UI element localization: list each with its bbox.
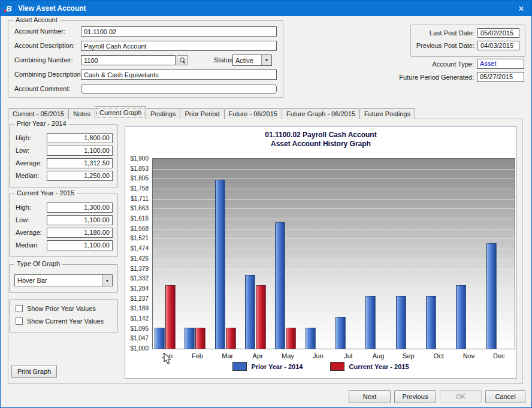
y-tick-label: $1,474: [130, 245, 149, 252]
y-tick-label: $1,332: [130, 275, 149, 282]
bar-current-may[interactable]: [286, 328, 296, 349]
graph-type-value: Hover Bar: [15, 277, 102, 284]
tab-current-graph[interactable]: Current Graph: [95, 106, 146, 119]
account-number-field[interactable]: [81, 26, 277, 37]
current-high-label: High:: [16, 204, 31, 211]
y-axis-ticks: $1,900$1,853$1,805$1,758$1,711$1,663$1,6…: [125, 158, 150, 349]
previous-button[interactable]: Previous: [394, 390, 436, 403]
bar-prior-may[interactable]: [275, 222, 285, 349]
bar-current-mar[interactable]: [226, 328, 236, 349]
gridline: [153, 279, 515, 279]
close-icon[interactable]: ✕: [511, 1, 531, 16]
x-axis-labels: JanFebMarAprMayJunJulAugSepOctNovDec: [152, 352, 515, 361]
bar-prior-apr[interactable]: [245, 275, 255, 349]
bar-prior-jan[interactable]: [155, 328, 165, 349]
y-tick-label: $1,616: [130, 215, 149, 222]
tab-future-postings[interactable]: Future Postings: [359, 108, 415, 119]
title-bar: B View Asset Account ✕: [1, 1, 531, 16]
prior-average-label: Average:: [16, 159, 42, 167]
y-tick-label: $1,711: [131, 195, 149, 202]
y-tick-label: $1,095: [130, 325, 149, 332]
show-current-year-checkbox[interactable]: [16, 318, 23, 325]
status-value: Active: [233, 57, 261, 64]
x-tick-label: Dec: [484, 352, 514, 359]
current-year-group-label: Current Year - 2015: [14, 189, 77, 197]
tab-postings[interactable]: Postings: [146, 108, 180, 119]
bar-prior-aug[interactable]: [365, 296, 376, 349]
post-dates-group: Last Post Date: 05/02/2015 Previous Post…: [410, 25, 525, 57]
bar-prior-mar[interactable]: [215, 180, 225, 349]
x-tick-label: Nov: [454, 352, 483, 359]
x-tick-label: Feb: [182, 352, 212, 359]
tab-future-062015[interactable]: Future - 06/2015: [224, 108, 282, 119]
combining-description-field[interactable]: [81, 69, 277, 80]
account-number-label: Account Number:: [14, 28, 65, 35]
prior-high-label: High:: [16, 134, 31, 141]
y-tick-label: $1,284: [130, 285, 149, 292]
current-median-label: Median:: [16, 241, 39, 249]
bar-prior-feb[interactable]: [185, 328, 195, 349]
x-tick-label: Apr: [243, 352, 273, 359]
y-tick-label: $1,900: [130, 155, 149, 162]
gridline: [153, 269, 515, 270]
bar-current-feb[interactable]: [195, 328, 205, 349]
cancel-button[interactable]: Cancel: [485, 390, 525, 403]
tab-prior-period[interactable]: Prior Period: [180, 108, 224, 119]
asset-account-group-label: Asset Account: [13, 16, 60, 23]
graph-type-dropdown[interactable]: Hover Bar ▼: [14, 274, 113, 286]
mouse-cursor: [164, 353, 172, 366]
account-comment-field[interactable]: [81, 84, 277, 94]
combining-number-lookup-button[interactable]: [177, 55, 188, 65]
chart-panel: 01.1100.02 Payroll Cash Account Asset Ac…: [125, 126, 517, 379]
tab-notes[interactable]: Notes: [68, 108, 95, 119]
current-high-value: 1,300.00: [47, 203, 113, 213]
type-of-graph-group: Type Of Graph Hover Bar ▼: [9, 264, 118, 293]
window-title: View Asset Account: [18, 4, 86, 13]
gridline: [153, 199, 515, 200]
view-asset-account-dialog: B View Asset Account ✕ Asset Account Acc…: [0, 0, 532, 408]
type-of-graph-group-label: Type Of Graph: [14, 260, 62, 267]
bar-prior-sep[interactable]: [396, 296, 406, 349]
tab-future-graph-062015[interactable]: Future Graph - 06/2015: [282, 108, 360, 119]
show-prior-year-checkbox[interactable]: [16, 305, 23, 312]
gridline: [153, 169, 515, 170]
x-tick-label: May: [273, 352, 303, 359]
x-tick-label: Jun: [303, 352, 333, 359]
app-logo-icon: B: [4, 4, 14, 13]
ok-button: OK: [440, 390, 482, 403]
bar-prior-oct[interactable]: [426, 296, 436, 349]
gridline: [153, 219, 515, 219]
bar-prior-jun[interactable]: [306, 328, 316, 349]
next-button[interactable]: Next: [349, 390, 391, 403]
x-tick-label: Oct: [424, 352, 454, 359]
print-graph-button[interactable]: Print Graph: [11, 365, 57, 378]
bar-prior-jul[interactable]: [335, 317, 346, 349]
prior-median-value: 1,250.00: [47, 171, 113, 181]
future-period-generated-value: 05/27/2015: [477, 72, 524, 82]
y-tick-label: $1,379: [130, 265, 149, 272]
x-tick-label: Aug: [363, 352, 393, 359]
gridline: [153, 189, 515, 189]
plot-area: [152, 158, 515, 349]
bar-prior-nov[interactable]: [456, 285, 466, 349]
y-tick-label: $1,047: [130, 335, 149, 341]
combining-number-label: Combining Number:: [14, 56, 73, 64]
bar-current-apr[interactable]: [256, 285, 266, 349]
status-dropdown[interactable]: Active ▼: [232, 55, 272, 66]
combining-number-field[interactable]: [81, 55, 176, 65]
account-description-field[interactable]: [81, 41, 277, 51]
y-tick-label: $1,568: [130, 225, 149, 232]
gridline: [153, 179, 515, 179]
y-tick-label: $1,853: [130, 165, 149, 172]
chevron-down-icon[interactable]: ▼: [102, 275, 112, 286]
bar-current-jan[interactable]: [165, 285, 176, 349]
chevron-down-icon[interactable]: ▼: [261, 55, 271, 65]
search-icon: [180, 58, 185, 63]
bar-prior-dec[interactable]: [486, 243, 497, 349]
last-post-date-value: 05/02/2015: [477, 28, 519, 38]
y-tick-label: $1,521: [130, 235, 149, 241]
account-type-value: Asset: [477, 59, 524, 69]
tab-current-052015[interactable]: Current - 05/2015: [8, 108, 69, 119]
legend-swatch-prior: [232, 362, 247, 371]
y-tick-label: $1,426: [130, 255, 149, 262]
